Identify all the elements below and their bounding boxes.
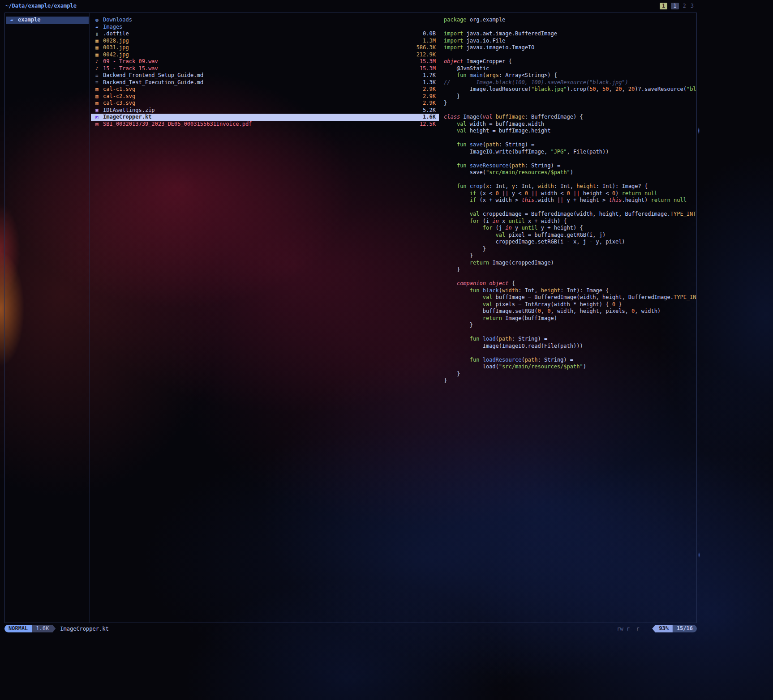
code-line: val buffImage = BufferedImage(width, hei… (444, 294, 696, 301)
code-line: class Image(val buffImage: BufferedImage… (444, 114, 696, 121)
code-line: } (444, 377, 696, 384)
file-size: 586.3K (417, 44, 436, 51)
code-line: fun saveResource(path: String) = (444, 162, 696, 170)
image-icon: ▦ (95, 38, 103, 45)
code-line: fun load(path: String) = (444, 336, 696, 343)
code-line: return Image(buffImage) (444, 315, 696, 322)
code-line: companion object { (444, 280, 696, 287)
code-line: fun loadResource(path: String) = (444, 357, 696, 364)
code-line: fun save(path: String) = (444, 141, 696, 149)
code-line (444, 24, 696, 31)
file-size: 2.9K (423, 100, 436, 107)
file-row[interactable]: ◍Downloads (91, 17, 439, 24)
file-list: ◍Downloads▰Images▯.dotfile0.0B▦0028.jpg1… (91, 17, 439, 128)
topbar: ~/Data/example/example 1123 (5, 2, 768, 10)
code-line: ImageIO.write(buffImage, "JPG", File(pat… (444, 149, 696, 156)
code-line: return Image(croppedImage) (444, 260, 696, 267)
code-line: for (j in y until y + height) { (444, 225, 696, 232)
code-line (444, 329, 696, 336)
file-size: 1.7K (423, 72, 436, 79)
code-line: } (444, 100, 696, 107)
cursor-position: 15/16 (673, 625, 697, 632)
file-row[interactable]: ≣Backend_Frontend_Setup_Guide.md1.7K (91, 72, 439, 79)
current-dir-pane: ◍Downloads▰Images▯.dotfile0.0B▦0028.jpg1… (90, 13, 440, 623)
file-size: 15.3M (420, 65, 436, 73)
code-line: Image(ImageIO.read(File(path))) (444, 343, 696, 350)
code-line: fun crop(x: Int, y: Int, width: Int, hei… (444, 183, 696, 190)
file-name: 0042.jpg (103, 51, 413, 59)
file-name: Downloads (103, 17, 432, 24)
code-line: } (444, 322, 696, 329)
file-size: 212.9K (417, 51, 436, 59)
code-line: if (x + width > this.width || y + height… (444, 197, 696, 204)
file-row[interactable]: ▧cal-c1.svg2.9K (91, 86, 439, 93)
markdown-icon: ≣ (95, 79, 103, 86)
file-row[interactable]: ▰Images (91, 24, 439, 31)
parent-dir-row[interactable]: ▰example (6, 17, 89, 24)
kotlin-icon: ◩ (95, 114, 103, 121)
code-line: fun main(args: Array<String>) { (444, 72, 696, 79)
archive-icon: ▣ (95, 107, 103, 114)
file-name: Backend_Test_Execution_Guide.md (103, 79, 419, 86)
code-line: import javax.imageio.ImageIO (444, 44, 696, 51)
parent-dir-name: example (18, 17, 86, 24)
folder-icon: ▰ (95, 24, 103, 31)
code-line: } (444, 246, 696, 253)
file-row[interactable]: ▧cal-c3.svg2.9K (91, 100, 439, 107)
file-size: 2.9K (423, 93, 436, 100)
mode-indicator: NORMAL (4, 625, 32, 632)
file-row[interactable]: ▦0028.jpg1.3M (91, 38, 439, 45)
tab-indicator-2[interactable]: 2 (683, 3, 687, 9)
code-line: } (444, 93, 696, 100)
parent-list: ▰example (6, 17, 89, 24)
file-row[interactable]: ▧cal-c2.svg2.9K (91, 93, 439, 100)
code-line: } (444, 266, 696, 273)
code-line: } (444, 371, 696, 378)
code-line (444, 204, 696, 211)
tab-indicator-1[interactable]: 1 (671, 3, 679, 9)
file-name: cal-c2.svg (103, 93, 419, 100)
code-line: save("src/main/resources/$path") (444, 169, 696, 176)
file-row[interactable]: ▦0042.jpg212.9K (91, 51, 439, 59)
tab-indicator-3[interactable]: 3 (690, 3, 694, 9)
code-line: } (444, 252, 696, 260)
file-name: 0028.jpg (103, 38, 419, 45)
file-row[interactable]: ◩ImageCropper.kt1.6K (91, 114, 439, 121)
code-line: import java.io.File (444, 38, 696, 45)
code-line: val height = buffImage.height (444, 128, 696, 135)
file-row[interactable]: ≣Backend_Test_Execution_Guide.md1.3K (91, 79, 439, 86)
image-icon: ▦ (95, 44, 103, 51)
audio-icon: ♪ (95, 65, 103, 73)
code-line: Image.loadResource("black.jpg").crop(50,… (444, 86, 696, 93)
file-row[interactable]: ▤SBI_0032013739_2023_DE05_0003155631Invo… (91, 121, 439, 128)
file-name: SBI_0032013739_2023_DE05_0003155631Invoi… (103, 121, 416, 128)
file-size: 0.0B (423, 30, 436, 38)
file-row[interactable]: ▣IDEAsettings.zip5.2K (91, 107, 439, 114)
code-line: package org.example (444, 17, 696, 24)
file-size: 1.3M (423, 38, 436, 45)
file-name: cal-c3.svg (103, 100, 419, 107)
file-size: 15.3M (420, 58, 436, 65)
tab-indicator-1[interactable]: 1 (660, 3, 667, 9)
vector-icon: ▧ (95, 93, 103, 100)
file-size: 12.5K (420, 121, 436, 128)
statusbar-filename: ImageCropper.kt (60, 626, 108, 632)
image-icon: ▦ (95, 51, 103, 59)
file-name: 09 - Track 09.wav (103, 58, 416, 65)
tab-indicators: 1123 (660, 3, 694, 9)
code-line: @JvmStatic (444, 65, 696, 73)
file-name: ImageCropper.kt (103, 114, 419, 121)
file-name: 15 - Track 15.wav (103, 65, 416, 73)
file-name: cal-c1.svg (103, 86, 419, 93)
file-row[interactable]: ♪09 - Track 09.wav15.3M (91, 58, 439, 65)
preview-pane: package org.example import java.awt.imag… (440, 13, 696, 623)
file-row[interactable]: ♪15 - Track 15.wav15.3M (91, 65, 439, 73)
code-preview: package org.example import java.awt.imag… (444, 17, 696, 384)
code-line (444, 135, 696, 142)
file-row[interactable]: ▦0031.jpg586.3K (91, 44, 439, 51)
file-row[interactable]: ▯.dotfile0.0B (91, 30, 439, 38)
file-size: 1.3K (423, 79, 436, 86)
file-size: 1.6K (423, 114, 436, 121)
file-manager-panes: ▰example ◍Downloads▰Images▯.dotfile0.0B▦… (4, 13, 697, 623)
code-line: fun black(width: Int, height: Int): Imag… (444, 287, 696, 295)
